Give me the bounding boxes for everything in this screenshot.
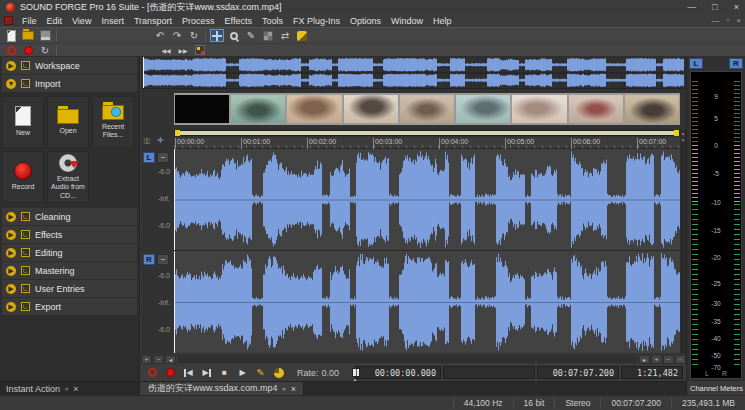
menu-insert[interactable]: Insert [96,16,129,26]
magnify-tool-button[interactable] [227,29,241,42]
child-close-icon[interactable]: × [736,16,741,25]
save-button[interactable] [38,29,52,42]
go-to-start-button[interactable]: ◀ [181,366,196,379]
play-button[interactable]: ▶ [235,366,250,379]
menu-tools[interactable]: Tools [257,16,288,26]
scroll-left-button[interactable]: ◂ [165,355,176,364]
chevron-down-icon[interactable]: ▼ [6,79,16,89]
chevron-right-icon[interactable]: ▶ [6,230,16,240]
ruler-label: 00:04:00 [441,138,468,145]
position-readout: 00:00:00.000 [355,366,441,379]
sidebar-section-editing[interactable]: ▶Editing [2,244,137,261]
minimize-button[interactable]: — [687,0,696,14]
chevron-right-icon[interactable]: ▶ [6,61,16,71]
zoom-fit-button[interactable]: ↔ [675,355,686,364]
event-tool-button[interactable] [271,366,286,379]
open-file-button[interactable] [21,29,35,42]
sidebar-section-workspace[interactable]: ▶Workspace [2,57,137,74]
menu-edit[interactable]: Edit [42,16,68,26]
go-to-end-button[interactable]: ▶ [199,366,214,379]
zoom-in-time-button[interactable]: + [651,355,662,364]
zoom-out-button[interactable]: − [153,355,164,364]
right-channel-waveform[interactable] [174,251,680,353]
menu-view[interactable]: View [67,16,96,26]
sidebar-section-user-entries[interactable]: ▶User Entries [2,280,137,297]
lock-icon[interactable]: ⚿ [144,137,150,147]
chevron-right-icon[interactable]: ▶ [6,266,16,276]
new-file-button[interactable] [4,29,18,42]
go-to-end-button[interactable]: ▶▶ [176,44,190,57]
instant-action-tab[interactable]: Instant Action ▫ × [0,381,139,395]
horizontal-scrollbar[interactable] [178,355,637,363]
menu-window[interactable]: Window [386,16,428,26]
chevron-right-icon[interactable]: ▶ [6,302,16,312]
video-thumbnail [568,93,624,125]
channel-meters-title[interactable]: Channel Meters ▫ [687,381,745,395]
menu-options[interactable]: Options [345,16,386,26]
mix-paste-button[interactable] [193,44,207,57]
loop-playback-button[interactable]: ↻ [38,44,52,57]
menu-fx-plug-ins[interactable]: FX Plug-Ins [288,16,345,26]
left-channel-waveform[interactable] [174,149,680,250]
chevron-right-icon[interactable]: ▶ [6,248,16,258]
right-channel-minimize-button[interactable]: − [157,254,169,265]
move-icon[interactable]: ✛ [157,136,164,145]
time-ruler[interactable]: 00:00:0000:01:0000:02:0000:03:0000:04:00… [174,137,680,149]
menu-transport[interactable]: Transport [129,16,177,26]
event-tool-button[interactable]: ⇄ [278,29,292,42]
stop-button[interactable]: ■ [217,366,232,379]
meter-left-button[interactable]: L [689,58,703,69]
child-restore-icon[interactable]: ▫ [726,16,729,25]
chevron-right-icon[interactable]: ▶ [6,284,16,294]
menu-help[interactable]: Help [428,16,457,26]
selection-start-marker[interactable] [175,130,180,136]
import-recent-files--button[interactable]: Recent Files... [92,96,134,148]
document-tab[interactable]: 伤逝的安详www.ssdax.com.mp4 ▫ × [141,382,304,396]
selection-end-marker[interactable] [674,130,679,136]
child-minimize-icon[interactable]: — [711,16,719,25]
envelope-tool-icon [263,31,273,41]
sidebar-section-effects[interactable]: ▶Effects [2,226,137,243]
selection-bar[interactable] [174,130,680,136]
record-button[interactable] [21,44,35,57]
zoom-in-button[interactable]: + [141,355,152,364]
repeat-button[interactable]: ↻ [187,29,201,42]
left-channel-minimize-button[interactable]: − [157,152,169,163]
chevron-right-icon[interactable]: ▶ [6,212,16,222]
record-remote-button[interactable] [145,366,160,379]
menu-effects[interactable]: Effects [220,16,257,26]
record-remote-button[interactable] [4,44,18,57]
sidebar-section-mastering[interactable]: ▶Mastering [2,262,137,279]
undo-button[interactable]: ↶ [153,29,167,42]
meter-right-button[interactable]: R [729,58,743,69]
touch-tool-button[interactable] [295,29,309,42]
sidebar-section-export[interactable]: ▶Export [2,298,137,315]
envelope-tool-button[interactable] [261,29,275,42]
sidebar-section-cleaning[interactable]: ▶Cleaning [2,208,137,225]
import-extract-audio-from-cd--button[interactable]: Extract Audio from CD... [47,151,89,203]
waveform-overview[interactable] [141,56,686,89]
stop-icon: ■ [222,368,227,377]
sidebar-section-import[interactable]: ▼Import [2,75,137,92]
go-to-start-button[interactable]: ◀◀ [159,44,173,57]
scroll-right-button[interactable]: ▸ [639,355,650,364]
menu-file[interactable]: File [17,16,42,26]
edit-tool-button[interactable] [210,29,224,42]
zoom-out-time-button[interactable]: − [663,355,674,364]
right-channel-button[interactable]: R [143,254,155,265]
import-record-button[interactable]: Record [2,151,44,203]
import-new-button[interactable]: New [2,96,44,148]
panel-close-icon[interactable]: × [73,384,78,394]
close-button[interactable]: × [734,0,739,14]
document-restore-icon[interactable]: ▫ [283,384,286,394]
maximize-button[interactable]: □ [712,0,717,14]
left-channel-button[interactable]: L [143,152,155,163]
pencil-tool-button[interactable]: ✎ [244,29,258,42]
document-close-icon[interactable]: × [291,384,296,394]
panel-float-icon[interactable]: ▫ [65,384,68,394]
redo-button[interactable]: ↷ [170,29,184,42]
import-open-button[interactable]: Open [47,96,89,148]
menu-process[interactable]: Process [177,16,220,26]
pencil-tool-button[interactable]: ✎ [253,366,268,379]
record-button[interactable] [163,366,178,379]
